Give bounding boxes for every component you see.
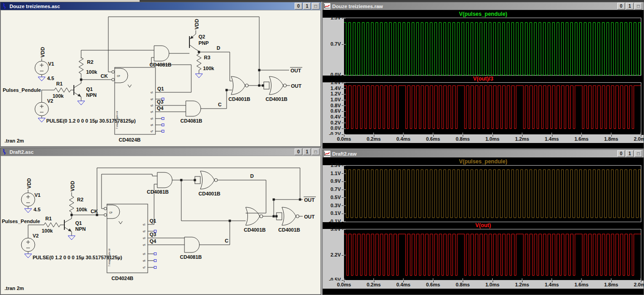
- gate-nor-d[interactable]: D CD4001B: [194, 171, 266, 213]
- net-label-out-inverted[interactable]: OUT: [291, 68, 301, 73]
- component-r2[interactable]: R2 100k CK: [79, 50, 154, 83]
- component-r2[interactable]: VDD R2 100k CK: [69, 181, 104, 219]
- svg-text:CD4024B[interactable]: CD4024B: [111, 276, 133, 281]
- minimize-button[interactable]: 0: [295, 3, 302, 10]
- svg-text:V1[interactable]: V1: [34, 192, 40, 198]
- svg-text:CD4081B[interactable]: CD4081B: [147, 189, 169, 195]
- component-r3[interactable]: R3 100k: [195, 51, 214, 78]
- close-button[interactable]: □: [312, 148, 320, 155]
- plot-area[interactable]: [344, 82, 641, 135]
- trace-title[interactable]: V(pulses_pendule): [323, 11, 644, 18]
- trace-title[interactable]: V(pulses_pendule): [323, 158, 644, 165]
- net-label-out[interactable]: OUT: [291, 83, 302, 89]
- net-label-d[interactable]: D: [217, 45, 220, 51]
- net-label-d[interactable]: D: [250, 173, 254, 179]
- net-label-q4[interactable]: Q4: [157, 105, 164, 111]
- pulse-spec[interactable]: PULSE(0 1.2 0 0 0 15µ 30.517578125µ): [46, 118, 136, 124]
- component-q1[interactable]: Q1 NPN: [74, 83, 97, 105]
- minimize-button[interactable]: 0: [617, 3, 625, 10]
- close-button[interactable]: □: [634, 3, 642, 10]
- close-button[interactable]: □: [312, 3, 320, 10]
- net-label-pulses[interactable]: Pulses_Pendule: [3, 87, 41, 93]
- minimize-button[interactable]: 0: [295, 148, 302, 155]
- vdd-label[interactable]: VDD: [194, 19, 199, 29]
- net-label-q1[interactable]: Q1: [150, 218, 156, 224]
- maximize-button[interactable]: 1: [626, 150, 634, 157]
- net-d-wire[interactable]: D: [199, 45, 232, 81]
- schematic-canvas[interactable]: VDD V1 4.5 Pulses_Pendule V2: [0, 10, 321, 147]
- component-v1[interactable]: VDD V1 4.5: [21, 178, 40, 213]
- counter-cd4024b[interactable]: CP 7 stage ripple ctr q1 q2 q3 q4 q5 q6 …: [104, 204, 185, 281]
- svg-text:CD4001B[interactable]: CD4001B: [244, 227, 266, 233]
- svg-text:100k[interactable]: 100k: [53, 93, 64, 99]
- titlebar[interactable]: Douze treiziemes.asc 0 1 □: [0, 2, 321, 10]
- gate-and-c[interactable]: C CD4081B: [180, 221, 230, 260]
- plot-area[interactable]: [344, 229, 641, 281]
- svg-text:Q2[interactable]: Q2: [199, 34, 205, 39]
- svg-text:100k[interactable]: 100k: [76, 207, 87, 212]
- waveform-viewer[interactable]: V(pulses_pendule) 1.3V1.1V0.9V0.7V0.5V0.…: [323, 157, 644, 295]
- svg-text:R1[interactable]: R1: [56, 81, 63, 86]
- svg-text:Q1[interactable]: Q1: [75, 220, 82, 226]
- svg-text:100k[interactable]: 100k: [86, 69, 97, 75]
- svg-text:NPN[interactable]: NPN: [86, 92, 97, 98]
- net-label-q4[interactable]: Q4: [150, 238, 157, 244]
- svg-text:R1[interactable]: R1: [45, 216, 52, 221]
- svg-text:CD4081B[interactable]: CD4081B: [180, 118, 202, 124]
- svg-text:R2[interactable]: R2: [77, 197, 83, 202]
- svg-text:CD4001B[interactable]: CD4001B: [228, 96, 250, 102]
- net-label-out-inverted[interactable]: OUT: [304, 197, 315, 203]
- net-label-pulses[interactable]: Pulses_Pendule: [2, 219, 40, 224]
- maximize-button[interactable]: 1: [303, 148, 311, 155]
- plot-area[interactable]: [344, 165, 641, 222]
- component-r1[interactable]: R1 100k: [42, 216, 64, 233]
- svg-text:PNP[interactable]: PNP: [199, 40, 209, 46]
- feedback-wires[interactable]: Q1: [108, 17, 259, 92]
- svg-text:V2[interactable]: V2: [33, 233, 39, 238]
- spice-directive[interactable]: .tran 2m: [5, 138, 24, 143]
- svg-text:CD4081B[interactable]: CD4081B: [180, 254, 202, 260]
- minimize-button[interactable]: 0: [617, 150, 625, 157]
- net-label-q1[interactable]: Q1: [157, 86, 164, 91]
- component-q1[interactable]: Q1 NPN: [64, 219, 86, 240]
- vdd-label[interactable]: VDD: [70, 181, 75, 191]
- gate-and-top[interactable]: CD4081B: [147, 172, 246, 222]
- component-r1[interactable]: R1 100k: [53, 81, 74, 99]
- svg-text:100k[interactable]: 100k: [42, 228, 53, 233]
- svg-text:CD4001B[interactable]: CD4001B: [266, 96, 287, 102]
- maximize-button[interactable]: 1: [626, 3, 634, 10]
- titlebar[interactable]: Douze treiziemes.raw 0 1 □: [323, 2, 644, 10]
- net-label-c[interactable]: C: [218, 102, 222, 107]
- net-label-q3[interactable]: Q3: [157, 99, 164, 105]
- net-label-out[interactable]: OUT: [304, 214, 315, 219]
- net-label-ck[interactable]: CK: [101, 73, 108, 79]
- component-v1[interactable]: VDD V1 4.5: [35, 47, 54, 81]
- maximize-button[interactable]: 1: [303, 3, 311, 10]
- net-label-c[interactable]: C: [225, 238, 228, 243]
- counter-cd4024b[interactable]: CP 7 stage ripple ctr q1 q2 q3 q4 q5 q6 …: [112, 67, 186, 143]
- svg-text:V2[interactable]: V2: [47, 98, 53, 104]
- svg-text:Q1[interactable]: Q1: [86, 86, 93, 92]
- svg-text:NPN[interactable]: NPN: [75, 226, 86, 232]
- waveform-viewer[interactable]: V(pulses_pendule) 1.3V0.7V0.0V V(out)/3 …: [323, 10, 644, 148]
- vdd-label[interactable]: VDD: [26, 178, 32, 189]
- component-q2[interactable]: VDD Q2 PNP: [189, 19, 209, 52]
- svg-text:4.5[interactable]: 4.5: [34, 207, 40, 212]
- titlebar[interactable]: Draft2.asc 0 1 □: [0, 148, 321, 156]
- svg-text:4.5[interactable]: 4.5: [47, 76, 54, 81]
- gate-and-c[interactable]: C CD4081B: [180, 89, 232, 124]
- gate-nor2[interactable]: OUT CD4001B: [259, 76, 302, 102]
- svg-text:CD4024B[interactable]: CD4024B: [119, 137, 140, 143]
- svg-text:R3[interactable]: R3: [204, 55, 210, 60]
- svg-text:CD4001B[interactable]: CD4001B: [199, 191, 220, 196]
- svg-text:CD4001B[interactable]: CD4001B: [278, 227, 300, 233]
- gate-and-top[interactable]: CD4081B: [150, 46, 189, 67]
- gate-nor2[interactable]: OUT CD4001B: [274, 207, 315, 233]
- svg-text:CD4081B[interactable]: CD4081B: [150, 62, 171, 67]
- close-button[interactable]: □: [634, 150, 642, 157]
- titlebar[interactable]: Draft2.raw 0 1 □: [323, 150, 644, 157]
- spice-directive[interactable]: .tran 2m: [5, 285, 24, 291]
- svg-text:100k[interactable]: 100k: [203, 66, 214, 71]
- svg-text:V1[interactable]: V1: [48, 61, 54, 67]
- trace-title[interactable]: V(out)/3: [323, 76, 644, 82]
